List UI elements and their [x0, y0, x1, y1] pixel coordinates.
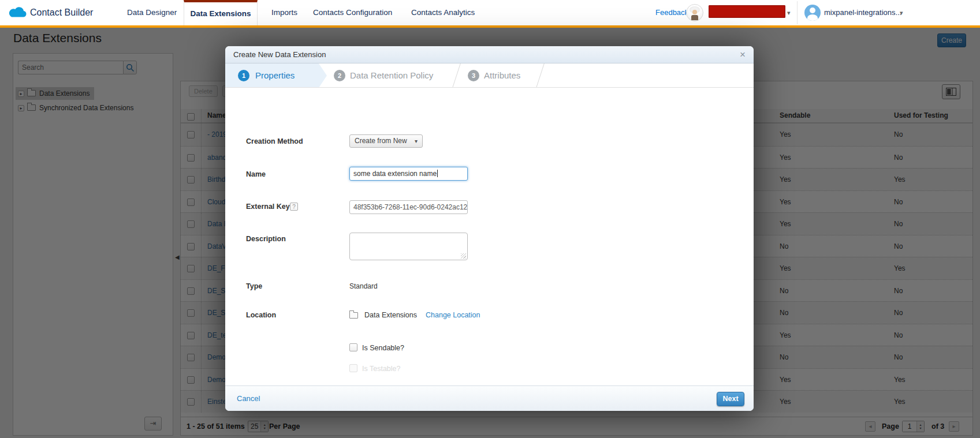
is-testable-checkbox[interactable] [349, 364, 357, 372]
einstein-avatar[interactable] [686, 4, 703, 21]
nav-divider [797, 1, 798, 24]
step-1-label: Properties [255, 63, 295, 88]
cancel-link[interactable]: Cancel [237, 386, 260, 411]
name-label: Name [246, 170, 266, 178]
change-location-link[interactable]: Change Location [426, 311, 480, 319]
step-1-number: 1 [238, 70, 249, 81]
nav-item-data-designer[interactable]: Data Designer [127, 0, 177, 25]
creation-method-value: Create from New [355, 137, 407, 145]
modal-body: Creation Method Create from New ▾ Name s… [225, 88, 754, 385]
type-value: Standard [349, 282, 378, 290]
name-input-value: some data extension name [353, 170, 437, 178]
modal-title: Create New Data Extension [233, 46, 326, 63]
is-sendable-checkbox[interactable] [349, 343, 357, 351]
step-3-label[interactable]: Attributes [484, 63, 520, 88]
is-testable-label: Is Testable? [362, 365, 400, 373]
user-avatar-icon[interactable] [804, 5, 821, 21]
is-sendable-label: Is Sendable? [362, 344, 404, 352]
app-window: Contact Builder Data Designer Data Exten… [0, 0, 980, 438]
top-nav: Contact Builder Data Designer Data Exten… [0, 0, 980, 28]
salesforce-cloud-logo-icon [8, 6, 29, 23]
type-label: Type [246, 282, 262, 290]
step-3-number: 3 [468, 70, 479, 81]
help-icon[interactable]: ? [290, 203, 298, 211]
step-2-label[interactable]: Data Retention Policy [350, 63, 433, 88]
modal-footer: Cancel Next [225, 385, 754, 411]
external-key-value: 48f353b6-7268-11ec-90d6-0242ac1200 [353, 203, 468, 211]
close-icon[interactable]: × [740, 46, 746, 63]
org-menu-caret-icon[interactable]: ▾ [787, 0, 791, 25]
chevron-down-icon: ▾ [415, 135, 418, 147]
external-key-input[interactable]: 48f353b6-7268-11ec-90d6-0242ac1200 [349, 200, 468, 214]
description-textarea[interactable] [349, 233, 468, 260]
text-cursor [437, 170, 438, 177]
description-label: Description [246, 235, 286, 243]
step-separator [536, 63, 545, 88]
location-label: Location [246, 311, 276, 319]
nav-item-contacts-configuration[interactable]: Contacts Configuration [313, 0, 392, 25]
account-name[interactable]: mixpanel-integrations... [824, 0, 901, 25]
creation-method-label: Creation Method [246, 137, 303, 145]
external-key-label: External Key [246, 203, 290, 211]
account-menu-caret-icon[interactable]: ▾ [900, 0, 903, 25]
creation-method-dropdown[interactable]: Create from New ▾ [349, 134, 423, 148]
step-separator [452, 63, 461, 88]
nav-item-data-extensions[interactable]: Data Extensions [184, 0, 258, 25]
name-input[interactable]: some data extension name [349, 167, 468, 181]
location-value: Data Extensions [364, 311, 417, 319]
nav-item-imports[interactable]: Imports [271, 0, 297, 25]
feedback-link[interactable]: Feedback [655, 0, 688, 25]
folder-icon [349, 312, 358, 319]
wizard-steps: 1 Properties 2 Data Retention Policy 3 A… [225, 63, 754, 88]
step-2-number: 2 [334, 70, 345, 81]
modal-header: Create New Data Extension × [225, 46, 754, 63]
redacted-org-badge[interactable] [709, 5, 785, 18]
next-button[interactable]: Next [717, 392, 744, 406]
nav-item-contacts-analytics[interactable]: Contacts Analytics [411, 0, 475, 25]
app-brand-title: Contact Builder [30, 0, 93, 25]
create-data-extension-modal: Create New Data Extension × 1 Properties… [225, 46, 754, 411]
